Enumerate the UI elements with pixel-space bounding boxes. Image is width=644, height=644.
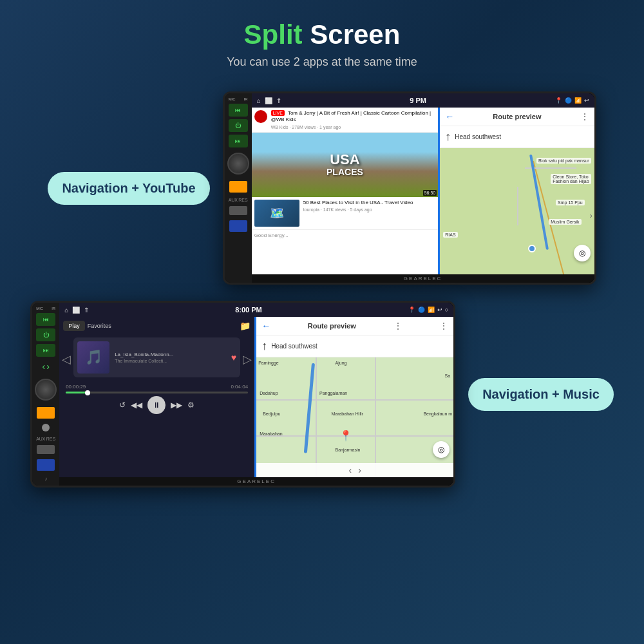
next-track-btn[interactable]: ▷ [243,352,252,366]
nav-arrow-top: ↑ [445,130,451,144]
folder-icon[interactable]: 📁 [240,321,251,331]
aux-label: AUX [229,198,238,202]
page-subtitle: You can use 2 apps at the same time [0,55,644,69]
top-side-panel: MIC IR ⏮ ⏻ ⏭ AUX RES [225,93,252,283]
top-screen[interactable]: ⌂ ⬜ ⇑ 9 PM 📍 🔵 📶 ↩ [252,93,594,283]
volume-knob[interactable] [227,153,249,175]
usa-text: USA [330,153,359,167]
res-label-b: RES [46,437,55,441]
prev-btn[interactable]: ◀◀ [131,401,142,410]
play-pause-btn[interactable]: ⏸ [147,396,166,414]
heart-icon[interactable]: ♥ [231,352,236,363]
title-white: Screen [310,19,400,50]
skip-fwd-btn[interactable]: ⏭ [229,135,248,147]
title-green: Split [244,19,303,50]
audio-port [42,424,50,431]
nav-panel-inner: ← Route preview ⋮ ↑ Head southwest [440,108,594,274]
location-btn-bottom[interactable]: ◎ [433,441,450,458]
repeat-btn[interactable]: ↺ [119,401,126,410]
status-left-b: ⌂ ⬜ ⇑ [64,307,89,314]
map-label-marhilir: Marabahan Hilir [331,412,363,416]
prev-track-btn[interactable]: ◁ [62,352,71,366]
location-icon: 📍 [555,97,562,104]
featured-thumb[interactable]: USA PLACES 56:50 [252,133,439,197]
nav-back-bottom[interactable]: ← [261,321,270,331]
route-line-b [304,363,315,453]
music-panel[interactable]: Play Favorites 📁 ◁ 🎵 [59,317,254,477]
nav-more-bottom[interactable]: ⋮ [393,321,402,331]
map-nav-right[interactable]: › [358,465,361,475]
brand-top: GEARELEC [252,274,594,283]
nav-back-top[interactable]: ← [445,111,454,122]
res-label: RES [238,198,247,202]
map-nav-left[interactable]: ‹ [348,465,352,475]
bottom-screen[interactable]: ⌂ ⬜ ⇑ 8:00 PM 📍 🔵 📶 ↩ ○ [59,303,453,486]
nav-direction-text-bottom: Head southwest [271,343,317,350]
status-time-bottom: 8:00 PM [235,306,262,314]
bottom-device-row: MIC IR ⏮ ⏻ ⏭ ‹ › AUX RES [0,301,644,488]
live-badge: LIVE [271,110,285,116]
side-right-arrow[interactable]: › [46,361,50,372]
bottom-stereo: MIC IR ⏮ ⏻ ⏭ ‹ › AUX RES [30,301,455,488]
time-current: 00:00:29 [66,384,86,390]
nav-panel-top[interactable]: ← Route preview ⋮ ↑ Head southwest [440,108,594,274]
location-btn-top[interactable]: ◎ [574,245,591,261]
usb-port-1b [37,407,55,419]
mic-label-b: MIC [36,307,43,310]
brand-bottom: GEARELEC [59,477,453,486]
progress-dot [85,390,90,395]
volume-knob-b[interactable] [35,379,57,401]
nav-direction-text-top: Head southwest [455,133,501,140]
skip-back-btn-b[interactable]: ⏮ [36,313,55,326]
nav-youtube-label: Navigation + YouTube [48,172,209,205]
mic-label: MIC [229,97,236,101]
skip-fwd-btn-b[interactable]: ⏭ [36,344,55,357]
play-btn[interactable]: Play [63,321,85,331]
yt-video-item-2[interactable]: 🗺️ 50 Best Places to Visit in the USA - … [252,197,439,230]
video-duration: 56:50 [423,190,437,196]
road-v-b1 [316,357,317,477]
top-device-row: Navigation + YouTube MIC IR ⏮ ⏻ ⏭ AUX RE… [0,91,644,285]
nav-panel-bottom[interactable]: ← Route preview ⋮ ⋮ ↑ Head southwest [256,317,453,477]
map-bottom[interactable]: 📍 Pamingge Ajung Sa Dadahup Panggalaman … [256,357,453,477]
side-nav-arrows: ‹ › [42,361,49,372]
playback-controls: ↺ ◀◀ ⏸ ▶▶ ⚙ [59,396,254,414]
side-left-arrow[interactable]: ‹ [42,361,45,372]
thumb-bg: USA PLACES [252,133,439,197]
skip-back-btn[interactable]: ⏮ [229,104,248,117]
map-nav-bar: ‹ › [256,463,453,477]
ir-label-b: IR [52,307,55,310]
nav-header-bottom: ← Route preview ⋮ ⋮ [256,317,453,336]
back-icon-b: ↩ [437,307,442,313]
nav-title-bottom: Route preview [308,322,356,330]
port-slot-b [37,445,55,454]
ir-label: IR [244,97,248,101]
eq-btn[interactable]: ⚙ [187,401,194,410]
power-btn-b[interactable]: ⏻ [36,328,55,341]
next-btn[interactable]: ▶▶ [171,401,182,410]
song-artist: The Immaculate Collecti... [115,359,226,363]
power-btn[interactable]: ⏻ [229,119,248,132]
status-time-top: 9 PM [410,97,426,104]
wifi-icon: 📶 [574,97,582,104]
yt-title-2: 50 Best Places to Visit in the USA - Tra… [303,200,436,206]
yt-video-item-1[interactable]: LIVE Tom & Jerry | A Bit of Fresh Air! |… [252,108,439,133]
home-icon: ⌂ [257,97,261,104]
nav-direction-top: ↑ Head southwest [440,126,594,148]
expand-btn[interactable]: › [590,211,592,220]
progress-bar[interactable] [66,392,248,393]
arrows-icon-b: ⇑ [84,307,89,314]
nav-more2-bottom[interactable]: ⋮ [439,321,448,331]
favorites-btn[interactable]: Favorites [88,323,111,329]
nav-more-top[interactable]: ⋮ [580,111,589,122]
music-note: ♪ [44,476,47,482]
map-label-5: RIAS [443,232,457,238]
status-icons-bottom: 📍 🔵 📶 ↩ ○ [408,307,448,313]
time-row: 00:00:29 0:04:04 [66,384,248,390]
map-label-sa: Sa [445,374,451,378]
youtube-panel[interactable]: LIVE Tom & Jerry | A Bit of Fresh Air! |… [252,108,439,274]
map-top[interactable]: Blok satu pid pak mansur Cleon Store, To… [440,148,594,274]
aux-label-b: AUX [36,437,45,441]
bottom-side-panel: MIC IR ⏮ ⏻ ⏭ ‹ › AUX RES [32,303,59,486]
music-progress: 00:00:29 0:04:04 [59,384,254,393]
